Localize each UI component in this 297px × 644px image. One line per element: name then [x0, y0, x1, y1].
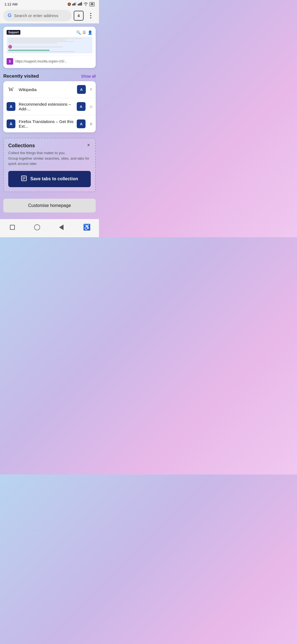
visited-title-wikipedia: Wikipedia — [19, 87, 74, 92]
save-icon — [21, 175, 27, 183]
list-icon: ☰ — [82, 30, 86, 35]
status-icons: 🔕 35 — [67, 2, 95, 6]
svg-rect-0 — [72, 4, 73, 6]
tab-thumbnail — [7, 37, 92, 53]
customise-homepage-button[interactable]: Customise homepage — [3, 199, 96, 212]
visited-title-translations: Firefox Translations – Get this Ext... — [19, 119, 73, 129]
wikipedia-icon: W — [7, 85, 15, 94]
svg-rect-6 — [80, 3, 81, 6]
recently-visited-title: Recently visited — [3, 73, 39, 79]
save-tabs-button[interactable]: Save tabs to collection — [8, 171, 91, 187]
support-logo: Support — [7, 30, 20, 35]
visited-title-extensions: Recommended extensions – Add-... — [19, 102, 73, 111]
status-time: 1:12 AM — [4, 2, 18, 6]
show-all-link[interactable]: Show all — [81, 74, 96, 78]
visited-item-translations[interactable]: A Firefox Translations – Get this Ext...… — [3, 115, 96, 132]
search-bar[interactable]: G Search or enter address — [3, 10, 72, 21]
collections-title: Collections — [8, 143, 91, 149]
tab-url: https://support.mozilla.org/en-US/... — [15, 59, 67, 63]
tab-url-row: S https://support.mozilla.org/en-US/... — [7, 56, 92, 65]
svg-rect-4 — [78, 4, 79, 6]
signal-icon-2 — [78, 2, 82, 6]
visited-action-2[interactable]: A — [77, 119, 86, 128]
menu-dot-1 — [90, 13, 91, 14]
recently-visited-header: Recently visited Show all — [0, 70, 99, 81]
menu-dot-2 — [90, 15, 91, 16]
visited-item-wikipedia[interactable]: W Wikipedia A F — [3, 81, 96, 98]
search-icon: 🔍 — [76, 30, 81, 35]
recently-visited-card: W Wikipedia A F A Recommended extensions… — [3, 81, 96, 132]
home-button[interactable] — [32, 222, 43, 233]
user-icon: 👤 — [88, 30, 92, 35]
tab-preview-header: Support 🔍 ☰ 👤 — [7, 30, 92, 35]
search-bar-row: G Search or enter address 4 — [0, 8, 99, 23]
collections-close-button[interactable]: × — [85, 141, 92, 149]
bottom-nav: ♿ — [0, 219, 99, 237]
visited-extra-2: B — [90, 122, 92, 126]
tab-header-icons: 🔍 ☰ 👤 — [76, 30, 92, 35]
svg-rect-2 — [75, 3, 75, 6]
signal-icon-1 — [72, 2, 77, 6]
wifi-icon — [83, 2, 88, 6]
google-logo: G — [8, 13, 11, 18]
translations-icon: A — [7, 119, 15, 128]
battery-icon: 35 — [89, 2, 95, 6]
collections-description: Collect the things that matter to you.Gr… — [8, 150, 91, 167]
tab-preview-card[interactable]: Support 🔍 ☰ 👤 S http — [3, 27, 96, 68]
stop-button[interactable] — [7, 222, 18, 233]
accessibility-button[interactable]: ♿ — [81, 222, 92, 233]
extensions-icon: A — [7, 102, 15, 111]
collections-panel: × Collections Collect the things that ma… — [3, 138, 96, 192]
tab-count-button[interactable]: 4 — [74, 11, 84, 21]
svg-rect-7 — [81, 2, 82, 6]
accessibility-icon: ♿ — [83, 224, 90, 231]
svg-rect-3 — [76, 2, 76, 6]
visited-extra-0: F — [90, 88, 92, 92]
status-bar: 1:12 AM 🔕 35 — [0, 0, 99, 8]
favicon: S — [7, 58, 13, 65]
back-button[interactable] — [56, 222, 67, 233]
save-tabs-label: Save tabs to collection — [30, 176, 78, 181]
stop-icon — [10, 225, 15, 230]
svg-rect-1 — [73, 3, 74, 6]
svg-rect-5 — [79, 3, 80, 6]
visited-item-extensions[interactable]: A Recommended extensions – Add-... A U — [3, 98, 96, 115]
menu-button[interactable] — [86, 11, 96, 21]
menu-dot-3 — [90, 17, 91, 18]
visited-action-1[interactable]: A — [77, 102, 86, 111]
visited-extra-1: U — [90, 105, 92, 109]
mute-icon: 🔕 — [67, 2, 71, 6]
visited-action-0[interactable]: A — [77, 85, 86, 94]
search-placeholder: Search or enter address — [14, 13, 58, 18]
home-icon — [34, 224, 40, 230]
back-icon — [59, 225, 64, 230]
